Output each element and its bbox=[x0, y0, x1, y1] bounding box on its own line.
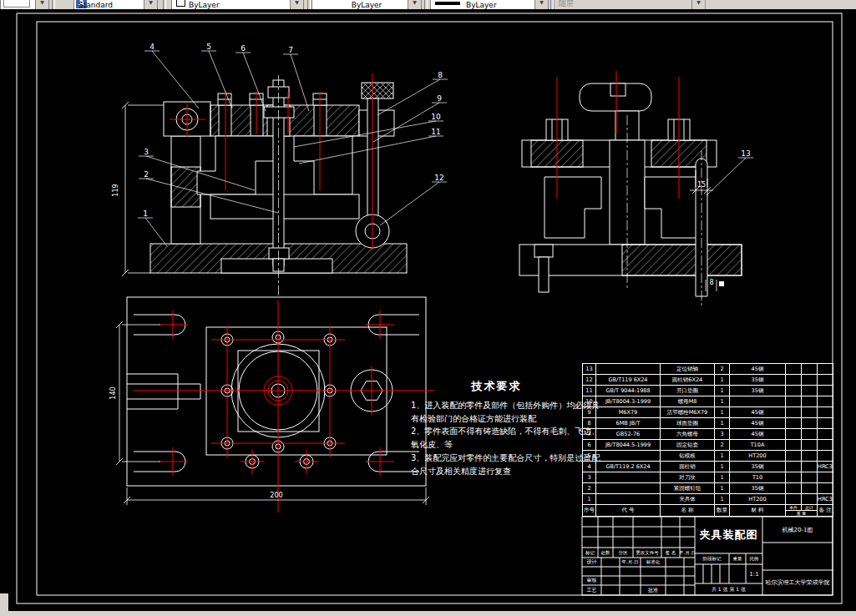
lineweight-combo[interactable]: ByLayer▼ bbox=[430, 0, 549, 9]
bom-cell: GB/T 9044-1988 bbox=[596, 386, 661, 396]
scale-label: 比例 bbox=[746, 553, 762, 564]
sheet-count: 共 1 张 第 1 张 bbox=[695, 583, 762, 595]
chevron-down-icon[interactable]: ▼ bbox=[35, 0, 48, 9]
bom-cell bbox=[786, 462, 802, 472]
rev-header-mark: 标记 bbox=[582, 548, 598, 558]
bom-cell bbox=[596, 472, 661, 483]
bom-cell bbox=[802, 440, 818, 451]
bom-header-cell: 数量 bbox=[715, 505, 730, 517]
bom-cell: GB52-76 bbox=[596, 429, 661, 440]
chevron-down-icon[interactable]: ▼ bbox=[144, 0, 157, 9]
balloon-leader bbox=[291, 54, 309, 111]
linetype-combo[interactable]: ByLayer▼ bbox=[312, 0, 422, 9]
layer-combo[interactable]: ▼ bbox=[0, 0, 49, 9]
status-bar bbox=[0, 611, 856, 616]
bom-cell bbox=[596, 364, 661, 375]
bom-cell bbox=[786, 472, 802, 483]
bom-cell: 2 bbox=[715, 364, 730, 375]
bom-cell: 35钢 bbox=[730, 462, 786, 472]
dimension-text: 200 bbox=[270, 492, 282, 499]
bom-cell: 1 bbox=[715, 494, 730, 505]
bom-cell: 13 bbox=[583, 364, 596, 375]
bom-row: 86MB JB/T球面垫圈145钢 bbox=[583, 418, 833, 429]
bom-cell: 圆柱销 bbox=[661, 462, 715, 472]
chevron-down-icon[interactable]: ▼ bbox=[534, 0, 548, 9]
bom-cell: 10 bbox=[583, 396, 596, 407]
bom-row: 10JB/T8004.3-1999螺母M81 bbox=[583, 396, 833, 407]
dimension-text: 140 bbox=[109, 386, 117, 399]
toolbar-separator bbox=[163, 0, 166, 9]
bom-cell bbox=[818, 375, 833, 386]
design-label: 设计 bbox=[582, 558, 601, 567]
lineweight-preview-icon bbox=[435, 2, 460, 5]
bom-cell bbox=[818, 451, 833, 462]
balloon-number: 12 bbox=[434, 174, 443, 182]
standardization-label: 标准化 bbox=[641, 558, 666, 567]
check-label: 审核 bbox=[582, 576, 601, 585]
bom-cell: 1 bbox=[715, 451, 730, 462]
bom-cell bbox=[786, 418, 802, 429]
bom-cell: HRC35 bbox=[818, 462, 833, 472]
bom-header-cell: 备 注 bbox=[818, 505, 833, 517]
toolbar-separator bbox=[307, 0, 311, 9]
balloon-leader bbox=[152, 51, 199, 109]
bom-cell: 12 bbox=[583, 375, 596, 386]
tech-req-line: 有检验部门的合格证方能进行装配 bbox=[411, 412, 582, 426]
bom-row: 1夹具体1HT200HRC35 bbox=[583, 494, 833, 505]
bom-cell bbox=[786, 451, 802, 462]
bom-cell: 1 bbox=[715, 375, 730, 386]
color-combo[interactable]: ByLayer▼ bbox=[171, 0, 304, 9]
tech-req-line: 3、装配完应对零件的主要配合尺寸，特别是过盈配 bbox=[411, 452, 582, 465]
bom-cell: T10 bbox=[730, 472, 786, 483]
text-style-combo[interactable]: AStandard▼ bbox=[73, 0, 158, 9]
bom-row: 4GB/T119.2 6X24圆柱销135钢HRC35 bbox=[583, 462, 833, 472]
application-window: 45678910111232113119140200158 ▼AStandard… bbox=[0, 0, 856, 616]
bom-cell bbox=[786, 364, 802, 375]
chevron-down-icon[interactable]: ▼ bbox=[691, 0, 705, 9]
toolbar: ▼AStandard▼ByLayer▼ByLayer▼ByLayer▼随层▼ bbox=[0, 0, 856, 9]
bom-cell: 球面垫圈 bbox=[661, 418, 715, 429]
bom-cell bbox=[818, 364, 833, 375]
bom-cell: 6 bbox=[583, 440, 596, 451]
bom-cell: 45钢 bbox=[730, 407, 786, 418]
bom-cell: 7 bbox=[583, 429, 596, 440]
chevron-down-icon[interactable]: ▼ bbox=[408, 0, 421, 9]
bom-cell: 钻模板 bbox=[661, 451, 715, 462]
bom-cell: 9 bbox=[583, 407, 596, 418]
bom-cell: 六角螺母 bbox=[661, 429, 715, 440]
bom-row: 2紧固螺钉组135钢 bbox=[583, 483, 833, 494]
bom-cell: 紧固螺钉组 bbox=[661, 483, 715, 494]
scrollbar-nub[interactable] bbox=[0, 593, 8, 611]
bom-cell: 定位销轴 bbox=[661, 364, 715, 375]
bom-cell: 开口垫圈 bbox=[661, 386, 715, 396]
bom-cell: 35钢 bbox=[730, 386, 786, 396]
bom-cell: HT200 bbox=[730, 451, 786, 462]
chevron-down-icon[interactable]: ▼ bbox=[290, 0, 303, 9]
tech-req-line: 2、零件表面不得有铸造缺陷，不得有毛刺、飞边、 bbox=[411, 425, 582, 438]
bom-cell: HT200 bbox=[730, 494, 786, 505]
dimension-text: 8 bbox=[709, 279, 713, 286]
bom-cell bbox=[818, 396, 833, 407]
bom-cell bbox=[818, 407, 833, 418]
bom-cell: 螺母M8 bbox=[661, 396, 715, 407]
bom-cell: 1 bbox=[715, 483, 730, 494]
plotstyle-combo[interactable]: 随层▼ bbox=[554, 0, 706, 9]
dimension-text: 119 bbox=[112, 184, 119, 196]
bom-cell bbox=[818, 429, 833, 440]
bom-cell bbox=[818, 440, 833, 451]
bom-cell: 1 bbox=[715, 462, 730, 472]
balloon-number: 11 bbox=[431, 128, 440, 136]
bom-cell bbox=[802, 407, 818, 418]
bom-cell bbox=[786, 407, 802, 418]
bom-row: 7GB52-76六角螺母345钢 bbox=[583, 429, 833, 440]
dim-8-lines bbox=[706, 280, 724, 291]
bom-cell bbox=[786, 396, 802, 407]
bom-cell bbox=[818, 386, 833, 396]
bom-cell bbox=[786, 386, 802, 396]
bom-cell bbox=[802, 483, 818, 494]
bom-cell: 11 bbox=[583, 386, 596, 396]
bom-cell: 45钢 bbox=[730, 429, 786, 440]
balloon-number: 5 bbox=[206, 43, 211, 51]
bom-header-cell: 代 号 bbox=[596, 505, 661, 517]
bom-cell bbox=[786, 494, 802, 505]
